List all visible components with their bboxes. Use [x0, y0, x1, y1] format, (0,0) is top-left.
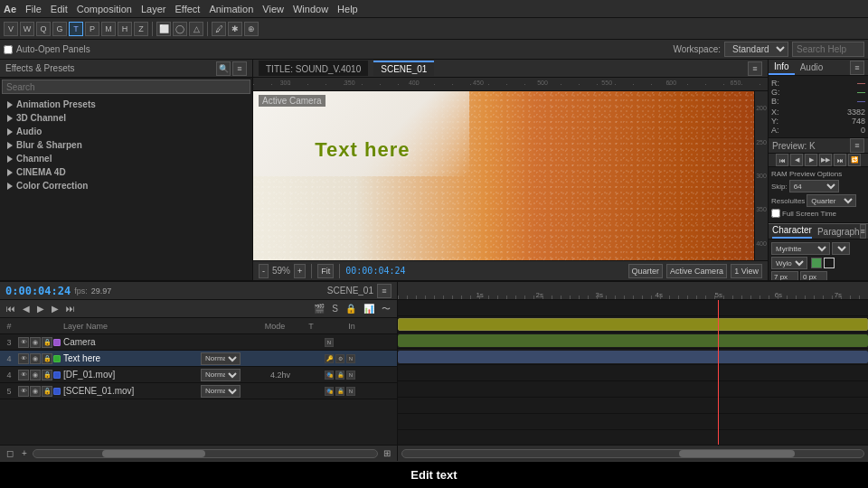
tool-rect[interactable]: G [52, 22, 67, 36]
effects-category-cinema4d[interactable]: CINEMA 4D [0, 165, 252, 179]
fit-btn[interactable]: Fit [317, 264, 334, 278]
prev-first-btn[interactable]: ⏮ [776, 154, 788, 166]
text-overlay[interactable]: Text here [315, 138, 410, 162]
layer-extra-icon-4a[interactable]: 🔑 [325, 354, 334, 363]
menu-file[interactable]: File [25, 4, 42, 14]
text-bar[interactable] [398, 318, 868, 331]
tab-audio[interactable]: Audio [795, 61, 829, 74]
tool-select[interactable]: V [4, 22, 18, 36]
menu-view[interactable]: View [262, 4, 284, 14]
tool-pen[interactable]: Q [36, 22, 51, 36]
comp-menu-icon[interactable]: ≡ [748, 61, 762, 76]
char-menu-icon[interactable]: ≡ [860, 224, 866, 239]
df-bar[interactable] [398, 334, 868, 347]
tool-extra4[interactable]: 🖊 [212, 22, 226, 36]
layer-mode-scene[interactable]: Normal [198, 385, 243, 398]
paragraph-tab[interactable]: Paragraph [817, 227, 860, 237]
timeline-right-scrollbar[interactable] [401, 449, 864, 458]
tool-extra2[interactable]: ◯ [173, 22, 187, 36]
info-menu[interactable]: ≡ [850, 61, 864, 75]
quality-select[interactable]: Quarter [628, 264, 664, 278]
effects-category-audio[interactable]: Audio [0, 125, 252, 138]
prev-back-btn[interactable]: ◀ [790, 154, 803, 166]
tool-extra3[interactable]: △ [189, 22, 203, 36]
tl-graph-btn[interactable]: 📊 [361, 303, 377, 314]
timeline-h-scrollbar[interactable] [33, 449, 378, 458]
layer-eye-4[interactable]: 👁 [18, 353, 29, 364]
tl-play-btn[interactable]: ▶ [34, 303, 47, 314]
effects-search-icon[interactable]: 🔍 [216, 61, 231, 76]
tab-info[interactable]: Info [769, 60, 795, 75]
tl-expand-btn[interactable]: ⊞ [381, 447, 393, 459]
effects-category-channel[interactable]: Channel [0, 152, 252, 165]
layer-row-text[interactable]: 4 👁 ◉ 🔒 Text here Normal [0, 351, 397, 367]
tl-next-kf-btn[interactable]: ▶ [49, 303, 61, 314]
layer-lock-4[interactable]: 🔒 [42, 353, 52, 364]
layer-lock-df2[interactable]: 🔒 [335, 371, 344, 380]
tl-prev-kf-btn[interactable]: ◀ [20, 303, 33, 314]
tool-extra6[interactable]: ⊕ [244, 22, 259, 36]
layer-lock-df[interactable]: 🔒 [42, 370, 52, 380]
text-color-swatch[interactable] [811, 258, 822, 268]
layer-solo-df[interactable]: ◉ [30, 370, 41, 380]
effects-category-animation[interactable]: Animation Presets [0, 98, 252, 111]
effects-menu-icon[interactable]: ≡ [232, 61, 247, 76]
layer-row-scene[interactable]: 5 👁 ◉ 🔒 [SCENE_01.mov] Normal [0, 383, 397, 399]
tool-rotation[interactable]: W [20, 22, 34, 36]
menu-effect[interactable]: Effect [175, 4, 200, 14]
fullscreen-checkbox[interactable] [771, 209, 780, 218]
effects-search-field[interactable] [2, 80, 250, 94]
layer-none-df[interactable]: N [346, 371, 355, 380]
font-select[interactable]: Myrihtte [771, 242, 830, 255]
layer-eye-3[interactable]: 👁 [18, 337, 29, 348]
tl-last-btn[interactable]: ⏭ [63, 303, 78, 314]
timeline-body[interactable] [398, 300, 868, 445]
layer-solo-scene[interactable]: ◉ [30, 386, 41, 397]
layer-lock-3[interactable]: 🔒 [42, 337, 52, 348]
layer-none-4[interactable]: N [346, 354, 355, 363]
layer-eye-df[interactable]: 👁 [18, 370, 29, 380]
zoom-level[interactable]: 59% [272, 266, 290, 276]
font-style-select[interactable]: B [832, 242, 850, 255]
skip-select[interactable]: 6432 [789, 180, 839, 192]
prev-fwd-btn[interactable]: ▶▶ [819, 154, 832, 166]
tl-add-btn[interactable]: + [19, 447, 30, 459]
layer-row-camera[interactable]: 3 👁 ◉ 🔒 Camera N [0, 334, 397, 351]
zoom-in-btn[interactable]: + [294, 264, 306, 278]
layer-fx-df[interactable]: 🎭 [325, 371, 334, 380]
effects-category-3d[interactable]: 3D Channel [0, 111, 252, 125]
tool-zoom[interactable]: Z [134, 22, 148, 36]
mode-select-df[interactable]: Normal [201, 369, 241, 381]
size-select[interactable]: Wyloed [771, 257, 807, 269]
layer-none-3[interactable]: N [325, 338, 334, 347]
tl-lock-btn[interactable]: 🔒 [343, 303, 359, 314]
scene-bar[interactable] [398, 351, 868, 363]
mode-select-scene[interactable]: Normal [201, 385, 241, 398]
menu-composition[interactable]: Composition [77, 4, 132, 14]
preview-menu-icon[interactable]: ≡ [850, 138, 864, 153]
prev-loop-btn[interactable]: 🔁 [848, 154, 861, 166]
menu-window[interactable]: Window [293, 4, 328, 14]
view-count[interactable]: 1 View [731, 264, 762, 278]
tool-hand[interactable]: H [118, 22, 132, 36]
auto-open-panels-checkbox[interactable] [4, 45, 13, 54]
menu-layer[interactable]: Layer [141, 4, 166, 14]
zoom-out-btn[interactable]: - [259, 264, 269, 278]
layer-eye-scene[interactable]: 👁 [18, 386, 29, 397]
playhead[interactable] [718, 300, 719, 445]
comp-tab-title[interactable]: TITLE: SOUND_V.4010 [259, 61, 368, 76]
layer-mode-4[interactable]: Normal [198, 352, 243, 365]
viewport[interactable]: Active Camera Text here 200250300350400 [253, 91, 768, 260]
tl-solo-btn[interactable]: S [329, 303, 341, 314]
stroke-color-swatch[interactable] [824, 258, 835, 268]
workspace-select[interactable]: Standard [724, 42, 788, 57]
effects-category-blur[interactable]: Blur & Sharpen [0, 138, 252, 152]
tl-motion-btn[interactable]: 〜 [379, 302, 393, 316]
tool-extra5[interactable]: ✱ [228, 22, 242, 36]
layer-solo-4[interactable]: ◉ [30, 353, 41, 364]
tl-first-btn[interactable]: ⏮ [4, 303, 18, 314]
character-tab[interactable]: Character [772, 225, 812, 239]
tool-text[interactable]: T [69, 22, 83, 36]
menu-help[interactable]: Help [337, 4, 358, 14]
layer-row-df[interactable]: 4 👁 ◉ 🔒 [DF_01.mov] Normal 4.2hv [0, 367, 397, 383]
